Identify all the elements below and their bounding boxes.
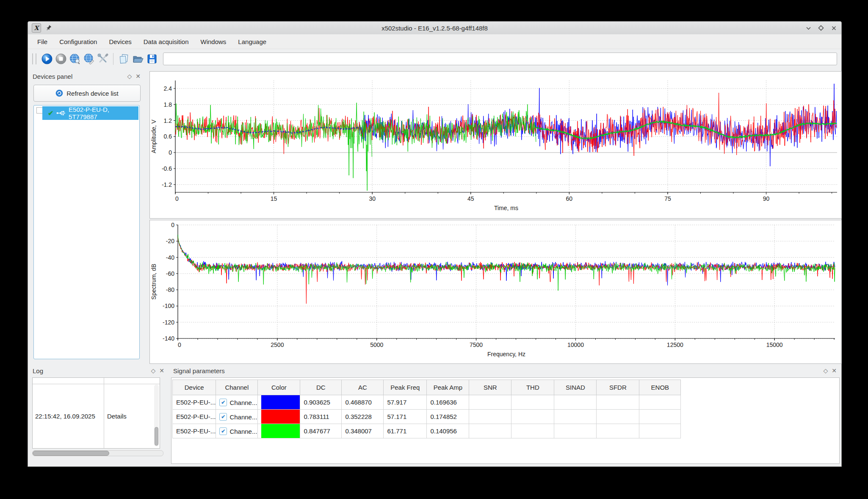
cell-snr <box>469 424 511 438</box>
log-horizontal-scrollbar[interactable] <box>32 450 163 456</box>
svg-text:15000: 15000 <box>766 341 783 348</box>
log-table[interactable]: 22:15:42, 16.09.2025 Details <box>32 377 160 449</box>
spectrum-chart[interactable]: 0-20-40-60-80-100-120-140025005000750010… <box>149 220 842 364</box>
signal-parameters-panel: Signal parameters ◇ ✕ Device Channel <box>170 366 841 466</box>
channel-checkbox[interactable]: ✔ <box>219 399 227 406</box>
network-config-icon[interactable] <box>82 52 96 66</box>
cell-color[interactable] <box>258 395 300 410</box>
color-swatch <box>261 410 300 424</box>
svg-text:75: 75 <box>664 195 671 202</box>
cell-snr <box>469 410 511 424</box>
cell-peak-freq: 57.171 <box>384 410 427 424</box>
cell-thd <box>511 395 554 410</box>
svg-text:0: 0 <box>178 341 181 348</box>
channel-checkbox[interactable]: ✔ <box>219 413 227 421</box>
window-title: x502studio - E16_v1.2.5-68-g4ff148f8 <box>28 25 841 32</box>
tree-expander[interactable] <box>36 107 43 114</box>
cell-color[interactable] <box>258 424 300 438</box>
float-panel-icon[interactable]: ◇ <box>149 366 158 375</box>
col-sinad[interactable]: SINAD <box>554 380 597 395</box>
col-device[interactable]: Device <box>173 380 216 395</box>
channel-checkbox[interactable]: ✔ <box>219 427 227 435</box>
svg-text:0.6: 0.6 <box>164 133 172 140</box>
toolbar-drag-handle[interactable] <box>32 53 36 64</box>
desktop: X x502studio - E16_v1.2.5-68-g4ff148f8 <box>0 0 868 499</box>
svg-text:1.2: 1.2 <box>164 117 172 124</box>
close-panel-icon[interactable]: ✕ <box>830 366 838 375</box>
col-thd[interactable]: THD <box>511 380 554 395</box>
maximize-button[interactable] <box>818 25 824 31</box>
menu-configuration[interactable]: Configuration <box>54 36 102 47</box>
float-panel-icon[interactable]: ◇ <box>125 72 134 80</box>
cell-ac: 0.352228 <box>342 410 384 424</box>
toolbar-address-input[interactable] <box>163 53 837 65</box>
svg-text:-140: -140 <box>163 335 174 342</box>
usb-icon <box>56 110 66 116</box>
svg-text:12500: 12500 <box>667 341 683 348</box>
svg-text:-100: -100 <box>163 302 174 309</box>
network-search-icon[interactable] <box>68 52 82 66</box>
cell-channel: ✔ Channe... <box>216 395 258 410</box>
color-swatch <box>261 395 300 409</box>
svg-text:2500: 2500 <box>271 341 284 348</box>
log-panel: Log ◇ ✕ 22:15:42, 16.09.2025 Details <box>29 366 168 466</box>
menu-language[interactable]: Language <box>233 36 271 47</box>
menu-file[interactable]: File <box>32 36 53 47</box>
open-folder-icon[interactable] <box>131 52 145 66</box>
tools-icon[interactable] <box>96 52 110 66</box>
copy-icon[interactable] <box>117 52 131 66</box>
device-name: E502-P-EU-D, 5T779887 <box>69 106 138 120</box>
cell-enob <box>639 395 681 410</box>
col-dc[interactable]: DC <box>300 380 342 395</box>
close-panel-icon[interactable]: ✕ <box>134 72 142 80</box>
table-row[interactable]: E502-P-EU-... ✔ Channe... 0.903625 0.468… <box>173 395 681 410</box>
col-peak-amp[interactable]: Peak Amp <box>427 380 469 395</box>
cell-device: E502-P-EU-... <box>173 424 216 438</box>
refresh-device-list-button[interactable]: Refresh device list <box>33 85 141 102</box>
close-button[interactable] <box>830 25 837 31</box>
start-acquisition-icon[interactable] <box>40 52 54 66</box>
svg-text:-1.2: -1.2 <box>162 181 172 188</box>
menu-windows[interactable]: Windows <box>196 36 232 47</box>
log-details[interactable]: Details <box>107 384 154 448</box>
cell-thd <box>511 410 554 424</box>
svg-text:-120: -120 <box>163 319 174 326</box>
col-peak-freq[interactable]: Peak Freq <box>384 380 427 395</box>
table-row[interactable]: E502-P-EU-... ✔ Channe... 0.847677 0.348… <box>173 424 681 438</box>
float-panel-icon[interactable]: ◇ <box>821 366 830 375</box>
menu-devices[interactable]: Devices <box>104 36 136 47</box>
svg-text:60: 60 <box>566 195 573 202</box>
svg-text:5000: 5000 <box>370 341 383 348</box>
minimize-button[interactable] <box>805 25 812 31</box>
signal-parameters-table: Device Channel Color DC AC Peak Freq Pea… <box>172 380 681 438</box>
svg-text:-60: -60 <box>166 270 174 277</box>
col-ac[interactable]: AC <box>342 380 384 395</box>
log-vertical-scrollbar[interactable] <box>154 385 159 446</box>
table-header-row: Device Channel Color DC AC Peak Freq Pea… <box>173 380 681 395</box>
close-panel-icon[interactable]: ✕ <box>158 366 166 375</box>
cell-peak-freq: 61.771 <box>384 424 427 438</box>
app-window: X x502studio - E16_v1.2.5-68-g4ff148f8 <box>28 21 842 467</box>
svg-text:1.8: 1.8 <box>164 101 172 108</box>
cell-channel: ✔ Channe... <box>216 424 258 438</box>
table-row[interactable]: E502-P-EU-... ✔ Channe... 0.783111 0.352… <box>173 410 681 424</box>
device-list[interactable]: ✔ E502-P-EU-D, 5T779887 <box>33 105 140 359</box>
devices-panel: Devices panel ◇ ✕ Refresh device list ✔ <box>29 71 144 363</box>
svg-text:-20: -20 <box>166 238 174 244</box>
cell-snr <box>469 395 511 410</box>
col-color[interactable]: Color <box>258 380 300 395</box>
col-channel[interactable]: Channel <box>216 380 258 395</box>
time-chart[interactable]: 2.41.81.20.60-0.6-1.20153045607590Time, … <box>149 71 842 219</box>
titlebar[interactable]: X x502studio - E16_v1.2.5-68-g4ff148f8 <box>28 22 841 35</box>
col-snr[interactable]: SNR <box>469 380 511 395</box>
col-sfdr[interactable]: SFDR <box>597 380 639 395</box>
device-list-item[interactable]: ✔ E502-P-EU-D, 5T779887 <box>42 106 138 120</box>
cell-color[interactable] <box>258 410 300 424</box>
menu-data-acquisition[interactable]: Data acquisition <box>138 36 194 47</box>
refresh-icon <box>55 89 63 97</box>
stop-acquisition-icon[interactable] <box>54 52 68 66</box>
cell-device: E502-P-EU-... <box>173 395 216 410</box>
save-icon[interactable] <box>145 52 159 66</box>
svg-text:30: 30 <box>369 195 376 202</box>
col-enob[interactable]: ENOB <box>639 380 681 395</box>
